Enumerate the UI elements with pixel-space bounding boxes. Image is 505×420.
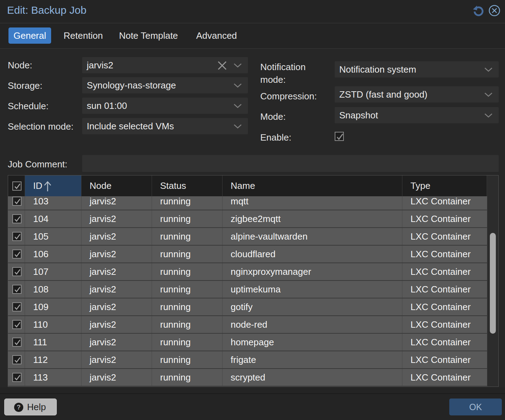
svg-text:?: ?: [17, 404, 21, 411]
